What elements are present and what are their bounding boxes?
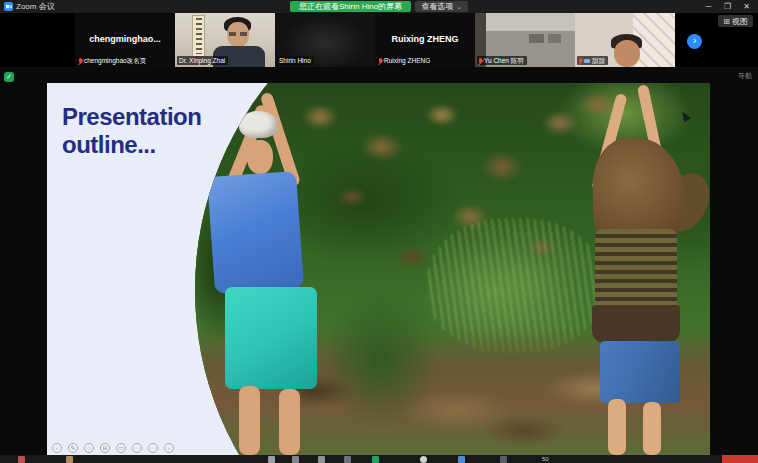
calligraphy-text	[196, 18, 202, 54]
muted-mic-icon	[79, 58, 82, 63]
captions-icon: ⋯	[132, 443, 142, 453]
view-layout-button[interactable]: ⊞ 视图	[718, 15, 753, 27]
participant-label-text: Yu Chen 陈羽	[484, 56, 524, 65]
taskbar-icon[interactable]	[292, 456, 299, 463]
participant-face	[614, 40, 640, 67]
previous-slide-icon: ‹	[52, 443, 62, 453]
taskbar-icon[interactable]	[500, 456, 507, 463]
slide-photo-circle	[195, 83, 710, 455]
boy-bucket-hat	[239, 111, 278, 138]
next-slide-icon: ›	[164, 443, 174, 453]
taskbar-icon[interactable]	[318, 456, 325, 463]
girl-left-leg	[608, 399, 626, 455]
muted-mic-icon	[479, 58, 482, 63]
taskbar-icon[interactable]	[344, 456, 351, 463]
view-button-label: 视图	[732, 16, 748, 27]
girl-denim-shorts	[600, 341, 680, 403]
participant-label: Yu Chen 陈羽	[477, 56, 527, 65]
all-slides-icon: ⊞	[100, 443, 110, 453]
participant-label: 甜甜	[577, 56, 608, 65]
boy-left-leg	[239, 386, 260, 455]
wall-frame	[529, 34, 544, 43]
titlebar-left: Zoom 会议	[4, 0, 55, 13]
window-controls: ─ ❐ ✕	[699, 0, 756, 13]
wall-frame	[548, 34, 561, 43]
pen-icon: ✎	[68, 443, 78, 453]
taskbar-icon[interactable]	[268, 456, 275, 463]
camera-icon	[584, 59, 590, 63]
shared-screen-slide: Presentation outline...	[47, 83, 710, 455]
video-tile-chengminghao[interactable]: chengminghao... chengminghao改名页	[75, 13, 175, 67]
taskbar-icon[interactable]	[18, 456, 25, 463]
participant-label-text: Shirin Hino	[279, 56, 311, 65]
video-tile-yu-chen[interactable]: Yu Chen 陈羽	[475, 13, 575, 67]
laser-pointer-icon: ○	[84, 443, 94, 453]
minimize-button[interactable]: ─	[699, 0, 718, 13]
taskbar-red-icon[interactable]	[722, 455, 758, 463]
participant-name-overlay: Ruixing ZHENG	[375, 34, 475, 44]
participant-label-text: chengminghao改名页	[84, 56, 146, 65]
taskbar-icon[interactable]	[420, 456, 427, 463]
boy-teal-shorts	[225, 287, 317, 389]
maximize-button[interactable]: ❐	[718, 0, 737, 13]
view-options-label: 查看选项	[421, 1, 453, 12]
participant-label: Dr. Xinping Zhai	[177, 56, 228, 65]
participant-label-text: Dr. Xinping Zhai	[179, 56, 225, 65]
zoom-meeting-window: Zoom 会议 您正在观看Shirin Hino的屏幕 查看选项 ⌄ ─ ❐ ✕…	[0, 0, 758, 463]
girl-striped-top	[595, 229, 677, 311]
chevron-down-icon: ⌄	[456, 1, 462, 12]
taskbar-icon[interactable]	[66, 456, 73, 463]
meeting-info-shield-icon[interactable]: ✓	[4, 72, 14, 82]
video-tile-shirin-hino[interactable]: Shirin Hino	[275, 13, 375, 67]
girl-right-leg	[643, 402, 661, 455]
video-strip: chengminghao... chengminghao改名页 Dr. Xinp…	[0, 13, 758, 67]
video-tile-ruixing-zheng[interactable]: Ruixing ZHENG Ruixing ZHENG	[375, 13, 475, 67]
taskbar-icon[interactable]	[372, 456, 379, 463]
participant-label-text: 甜甜	[592, 56, 605, 65]
participant-name-overlay: chengminghao...	[75, 34, 175, 44]
window-titlebar: Zoom 会议 您正在观看Shirin Hino的屏幕 查看选项 ⌄ ─ ❐ ✕	[0, 0, 758, 13]
participant-glasses	[229, 32, 247, 36]
forest-photo	[195, 83, 710, 455]
taskbar-icon[interactable]	[458, 456, 465, 463]
participant-label-text: Ruixing ZHENG	[384, 56, 430, 65]
muted-mic-icon	[579, 58, 582, 63]
video-tile-tiantian[interactable]: 甜甜	[575, 13, 675, 67]
close-button[interactable]: ✕	[737, 0, 756, 13]
taskbar-clock-fragment: 50	[542, 455, 549, 463]
boy-right-leg	[279, 389, 300, 455]
watching-screen-banner: 您正在观看Shirin Hino的屏幕	[290, 1, 411, 12]
participant-label: Shirin Hino	[277, 56, 314, 65]
windows-taskbar: 50	[0, 455, 758, 463]
grid-icon: ⊞	[723, 17, 730, 26]
muted-mic-icon	[379, 58, 382, 63]
window-title: Zoom 会议	[16, 1, 55, 12]
next-participants-button[interactable]: ›	[687, 34, 702, 49]
titlebar-center: 您正在观看Shirin Hino的屏幕 查看选项 ⌄	[290, 1, 468, 12]
zoom-app-icon	[4, 2, 13, 11]
boy-blue-shirt	[207, 171, 304, 294]
calligraphy-scroll	[192, 15, 205, 57]
display-settings-icon: ▭	[116, 443, 126, 453]
participant-label: Ruixing ZHENG	[377, 56, 433, 65]
presenter-controls: ‹ ✎ ○ ⊞ ▭ ⋯ ⋯ ›	[52, 443, 174, 453]
video-tile-xinping-zhai[interactable]: Dr. Xinping Zhai	[175, 13, 275, 67]
center-bush	[323, 291, 438, 426]
view-options-button[interactable]: 查看选项 ⌄	[415, 1, 468, 12]
boy-face	[247, 140, 273, 174]
nav-label: 导航	[738, 71, 752, 81]
participant-label: chengminghao改名页	[77, 56, 149, 65]
more-options-icon: ⋯	[148, 443, 158, 453]
